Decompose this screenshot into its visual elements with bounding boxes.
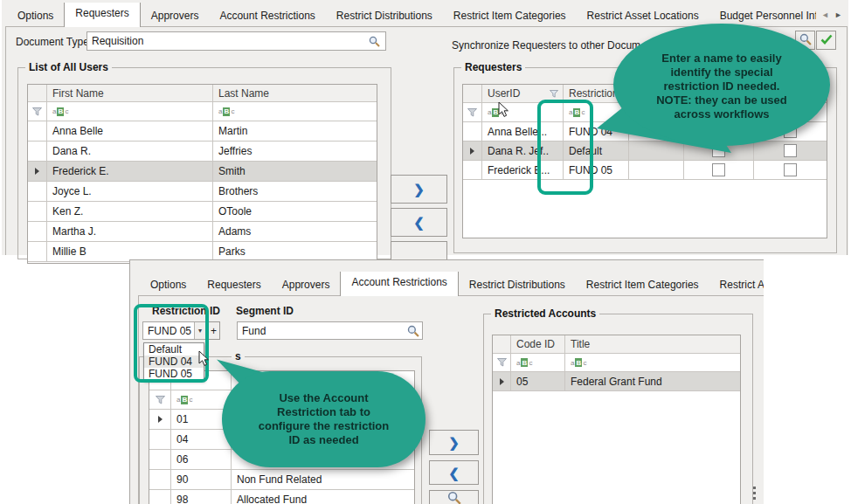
mouse-cursor: [198, 350, 210, 369]
table-row[interactable]: Martha J. Adams: [28, 222, 377, 242]
tab-restrict-item-categories[interactable]: Restrict Item Categories: [443, 5, 577, 27]
chevron-left-icon: ❮: [413, 216, 425, 229]
abc-filter-icon: aBc: [218, 107, 234, 116]
table-row[interactable]: Frederick E... FUND 05: [463, 161, 827, 180]
filter-code-id[interactable]: aBc: [511, 354, 565, 372]
abc-filter-icon: aBc: [52, 107, 68, 116]
col-last-name[interactable]: Last Name: [213, 85, 377, 102]
checkmark-icon: [820, 34, 833, 47]
panel-left-border: [5, 26, 6, 255]
chevron-right-icon: ❯: [448, 436, 460, 449]
add-restriction-button[interactable]: +: [207, 321, 220, 340]
checkbox[interactable]: [784, 163, 797, 176]
row-selected-icon: [470, 148, 474, 155]
bottom-window: Options Requesters Approvers Account Res…: [129, 259, 764, 504]
users-group-title: List of All Users: [25, 61, 112, 73]
col-title[interactable]: Title: [565, 335, 740, 354]
document-type-input[interactable]: Requisition: [86, 31, 386, 51]
dropdown-button[interactable]: ▾: [628, 143, 629, 158]
filter-row-icon: [493, 354, 511, 372]
segment-id-value: Fund: [242, 325, 266, 337]
top-tab-bar: Options Requesters Approvers Account Res…: [7, 3, 816, 27]
filter-row-icon: [463, 103, 482, 122]
tab-options[interactable]: Options: [140, 274, 197, 296]
tab-restrict-asset-locations[interactable]: Restrict Asset Locations: [709, 274, 764, 296]
table-row[interactable]: 98 Allocated Fund: [149, 490, 414, 504]
segment-id-input[interactable]: Fund: [237, 321, 423, 340]
abc-filter-icon: aBc: [516, 358, 532, 367]
col-code-id[interactable]: Code ID: [511, 335, 565, 354]
row-selected-icon: [158, 416, 163, 423]
restricted-accounts-grid: Code ID Title aBc aBc 05 Federal Grant F…: [492, 335, 741, 504]
tab-scroll-right-icon[interactable]: ►: [834, 11, 842, 19]
move-right-button[interactable]: ❯: [391, 175, 447, 204]
table-row[interactable]: Dana R. Jeffries: [28, 142, 377, 162]
chevron-left-icon: ❮: [448, 466, 460, 480]
tab-restrict-distributions[interactable]: Restrict Distributions: [459, 274, 576, 296]
table-row-selected[interactable]: Frederick E. Smith: [28, 162, 377, 182]
table-row[interactable]: Anna Belle Martin: [28, 121, 377, 142]
sync-apply-button[interactable]: [816, 31, 836, 50]
checkbox[interactable]: [784, 144, 797, 157]
screenshot-canvas: Options Requesters Approvers Account Res…: [0, 0, 851, 504]
panel-right-border: [847, 26, 848, 255]
top-window: Options Requesters Approvers Account Res…: [2, 0, 848, 255]
restrictionid-highlight-box: [537, 100, 593, 195]
document-type-value: Requisition: [92, 35, 143, 47]
bottom-tab-bar: Options Requesters Approvers Account Res…: [140, 272, 764, 296]
col-first-name[interactable]: First Name: [47, 85, 213, 102]
tab-approvers[interactable]: Approvers: [272, 274, 341, 296]
move-left-button[interactable]: ❮: [391, 208, 447, 237]
codes-group-title-fragment: s: [232, 350, 245, 362]
header-indicator-cell: [28, 85, 47, 102]
filter-row-icon: [28, 102, 47, 121]
search-accounts-button[interactable]: [429, 490, 479, 504]
tab-restrict-item-categories[interactable]: Restrict Item Categories: [576, 274, 709, 296]
restricted-accounts-title: Restricted Accounts: [491, 307, 599, 320]
search-icon[interactable]: [407, 325, 419, 340]
callout-bubble: Use the Account Restriction tab to confi…: [222, 371, 426, 467]
table-row[interactable]: Ken Z. OToole: [28, 202, 377, 222]
table-row-selected[interactable]: Dana R. Jef.. Default ▾: [463, 142, 827, 161]
tab-restrict-asset-locations[interactable]: Restrict Asset Locations: [577, 5, 709, 27]
row-selected-icon: [500, 378, 504, 385]
tab-approvers[interactable]: Approvers: [141, 5, 210, 27]
chevron-right-icon: ❯: [413, 183, 425, 196]
document-type-label: Document Type: [16, 36, 89, 48]
tab-scroll-left-icon[interactable]: ◄: [821, 11, 829, 19]
restriction-id-highlight-box: [134, 304, 209, 383]
checkbox[interactable]: [712, 163, 725, 176]
table-row-selected[interactable]: 05 Federal Grant Fund: [493, 372, 740, 391]
search-icon: [447, 491, 461, 504]
abc-filter-icon: aBc: [571, 358, 586, 367]
filter-last-name[interactable]: aBc: [213, 102, 377, 121]
plus-icon: +: [211, 325, 217, 337]
filter-active-icon[interactable]: [550, 90, 558, 98]
segment-id-label: Segment ID: [236, 305, 294, 317]
row-selected-icon: [35, 168, 39, 175]
table-row[interactable]: Joyce L. Brothers: [28, 182, 377, 202]
filter-first-name[interactable]: aBc: [47, 102, 213, 121]
synchronize-label: Synchronize Requesters to other Docum: [452, 39, 640, 52]
table-row[interactable]: 90 Non Fund Related: [149, 470, 414, 490]
tab-requesters[interactable]: Requesters: [197, 274, 271, 296]
users-grid: First Name Last Name aBc aBc Anna Belle …: [27, 84, 377, 264]
header-indicator-cell: [493, 335, 511, 354]
tab-requesters[interactable]: Requesters: [64, 3, 140, 27]
requesters-group-title: Requesters: [461, 61, 525, 73]
filter-row-icon: [149, 390, 171, 410]
tab-options[interactable]: Options: [7, 5, 64, 27]
move-left-button[interactable]: ❮: [429, 460, 479, 485]
callout-bubble: Enter a name to easily identify the spec…: [613, 24, 830, 146]
tab-restrict-distributions[interactable]: Restrict Distributions: [326, 5, 443, 27]
tab-account-restrictions[interactable]: Account Restrictions: [209, 5, 325, 27]
tab-account-restrictions[interactable]: Account Restrictions: [340, 272, 458, 296]
header-indicator-cell: [463, 85, 482, 103]
grip-icon[interactable]: [753, 484, 756, 502]
abc-filter-icon: aBc: [176, 396, 192, 404]
mouse-cursor: [498, 101, 509, 121]
search-icon[interactable]: [364, 33, 384, 49]
filter-title[interactable]: aBc: [565, 354, 740, 372]
move-right-button[interactable]: ❯: [429, 430, 479, 455]
